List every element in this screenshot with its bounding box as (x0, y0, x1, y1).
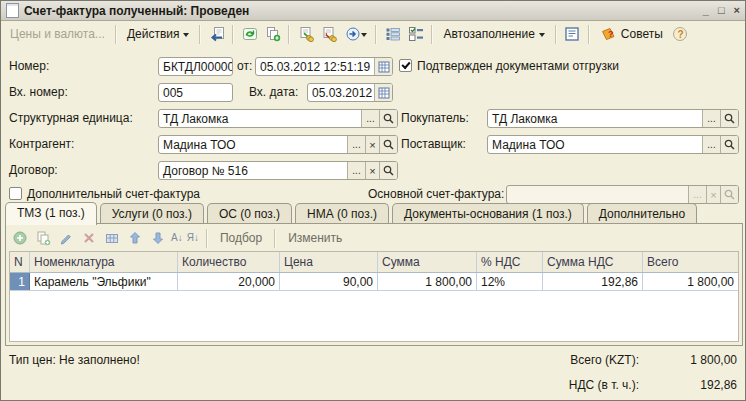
pick-button[interactable]: Подбор (215, 229, 267, 247)
help-icon[interactable]: ? (670, 24, 691, 44)
total-cell[interactable]: 1 800,00 (643, 273, 738, 290)
sum-cell[interactable]: 1 800,00 (378, 273, 477, 290)
toolbar-separator (206, 229, 208, 248)
magnifier-icon[interactable] (720, 186, 738, 203)
date-label: от: (237, 57, 252, 75)
go-to-icon[interactable] (341, 24, 370, 44)
actions-menu-button[interactable]: Действия (122, 24, 195, 44)
refresh-icon[interactable] (239, 24, 260, 44)
ellipsis-button[interactable]: ... (702, 136, 720, 153)
column-header-vat-sum[interactable]: Сумма НДС (543, 252, 643, 272)
column-header-n[interactable]: N (10, 252, 30, 272)
sort-ascending-icon[interactable]: А↓ (171, 233, 183, 243)
ellipsis-button[interactable]: ... (347, 162, 365, 179)
ellipsis-button[interactable]: ... (361, 110, 379, 127)
confirmed-checkbox[interactable] (399, 59, 412, 72)
tips-label: Советы (621, 27, 663, 41)
magnifier-icon[interactable] (379, 162, 397, 179)
question-glyph: ? (678, 29, 684, 40)
copy-document-icon[interactable] (262, 24, 283, 44)
date-value: 05.03.2012 12:51:19 (256, 58, 374, 75)
column-header-vat-percent[interactable]: % НДС (477, 252, 543, 272)
clear-button[interactable]: × (706, 186, 720, 203)
post-and-close-icon[interactable] (206, 24, 227, 44)
close-button[interactable]: × (734, 5, 740, 16)
quantity-cell[interactable]: 20,000 (178, 273, 280, 290)
minimize-button[interactable]: _ (703, 5, 709, 16)
tab-tmz[interactable]: ТМЗ (1 поз.) (5, 202, 97, 225)
column-header-nomenclature[interactable]: Номенклатура (30, 252, 178, 272)
grid-settings-icon[interactable] (102, 229, 121, 247)
vat-sum-cell[interactable]: 192,86 (543, 273, 643, 290)
in-number-label: Вх. номер: (9, 83, 68, 101)
toolbar-separator (588, 25, 590, 44)
toolbar-separator (232, 25, 234, 44)
move-down-icon[interactable] (148, 229, 167, 247)
column-header-sum[interactable]: Сумма (378, 252, 477, 272)
struct-unit-input[interactable]: ТД Лакомка ... (158, 109, 398, 128)
question-glyph: ? (608, 29, 614, 39)
contract-value: Договор № 516 (159, 162, 347, 179)
additional-invoice-checkbox[interactable] (9, 187, 22, 200)
tab-nma[interactable]: НМА (0 поз.) (295, 203, 389, 224)
tab-additional[interactable]: Дополнительно (587, 203, 697, 224)
ellipsis-button[interactable]: ... (688, 186, 706, 203)
column-header-total[interactable]: Всего (643, 252, 738, 272)
delete-row-icon[interactable] (79, 229, 98, 247)
row-number-cell[interactable]: 1 (10, 273, 30, 290)
report-icon[interactable] (562, 24, 583, 44)
clear-button[interactable]: × (365, 136, 379, 153)
document-icon (6, 3, 19, 18)
supplier-label: Поставщик: (401, 135, 466, 153)
show-postings-icon[interactable] (295, 24, 316, 44)
ellipsis-button[interactable]: ... (702, 110, 720, 127)
supplier-value: Мадина ТОО (488, 136, 702, 153)
in-number-input[interactable]: 005 (158, 83, 233, 102)
maximize-button[interactable]: □ (718, 5, 725, 16)
autofill-button[interactable]: Автозаполнение (438, 24, 549, 44)
tab-os[interactable]: ОС (0 поз.) (207, 203, 292, 224)
tab-services[interactable]: Услуги (0 поз.) (100, 203, 204, 224)
contractor-label: Контрагент: (9, 135, 74, 153)
number-input[interactable]: БКТДЛ000003 (158, 57, 233, 76)
magnifier-icon[interactable] (379, 110, 397, 127)
tips-icon: ? (600, 26, 617, 42)
price-cell[interactable]: 90,00 (280, 273, 378, 290)
date-input[interactable]: 05.03.2012 12:51:19 (255, 57, 393, 76)
chevron-down-icon (183, 33, 189, 37)
settings-checklist-icon[interactable] (405, 24, 426, 44)
additional-invoice-label: Дополнительный счет-фактура (27, 185, 200, 203)
calendar-icon[interactable] (374, 58, 392, 75)
magnifier-icon[interactable] (379, 136, 397, 153)
contractor-input[interactable]: Мадина ТОО ... × (158, 135, 398, 154)
copy-row-icon[interactable] (33, 229, 52, 247)
price-type-status: Тип цен: Не заполнено! (9, 353, 140, 367)
calendar-icon[interactable] (374, 84, 392, 101)
edit-row-icon[interactable] (56, 229, 75, 247)
in-date-input[interactable]: 05.03.2012 (307, 83, 393, 102)
magnifier-icon[interactable] (720, 110, 738, 127)
document-structure-icon[interactable] (382, 24, 403, 44)
column-header-price[interactable]: Цена (280, 252, 378, 272)
ellipsis-button[interactable]: ... (347, 136, 365, 153)
nomenclature-cell[interactable]: Карамель "Эльфики" (30, 273, 178, 290)
supplier-input[interactable]: Мадина ТОО ... (487, 135, 739, 154)
sort-descending-icon[interactable]: Я↓ (187, 233, 199, 243)
chevron-down-icon (361, 33, 367, 37)
vat-percent-cell[interactable]: 12% (477, 273, 543, 290)
chevron-down-icon (539, 33, 545, 37)
magnifier-icon[interactable] (720, 136, 738, 153)
column-header-quantity[interactable]: Количество (178, 252, 280, 272)
autofill-label: Автозаполнение (443, 27, 534, 41)
buyer-input[interactable]: ТД Лакомка ... (487, 109, 739, 128)
contract-input[interactable]: Договор № 516 ... × (158, 161, 398, 180)
clear-button[interactable]: × (365, 162, 379, 179)
table-row[interactable]: 1 Карамель "Эльфики" 20,000 90,00 1 800,… (10, 273, 738, 291)
change-button[interactable]: Изменить (283, 229, 347, 247)
prices-currency-button[interactable]: Цены и валюта... (5, 24, 110, 44)
tips-button[interactable]: ? Советы (595, 23, 668, 45)
add-row-icon[interactable] (10, 229, 29, 247)
cancel-posting-icon[interactable] (318, 24, 339, 44)
tab-basis-documents[interactable]: Документы-основания (1 поз.) (392, 203, 584, 224)
move-up-icon[interactable] (125, 229, 144, 247)
